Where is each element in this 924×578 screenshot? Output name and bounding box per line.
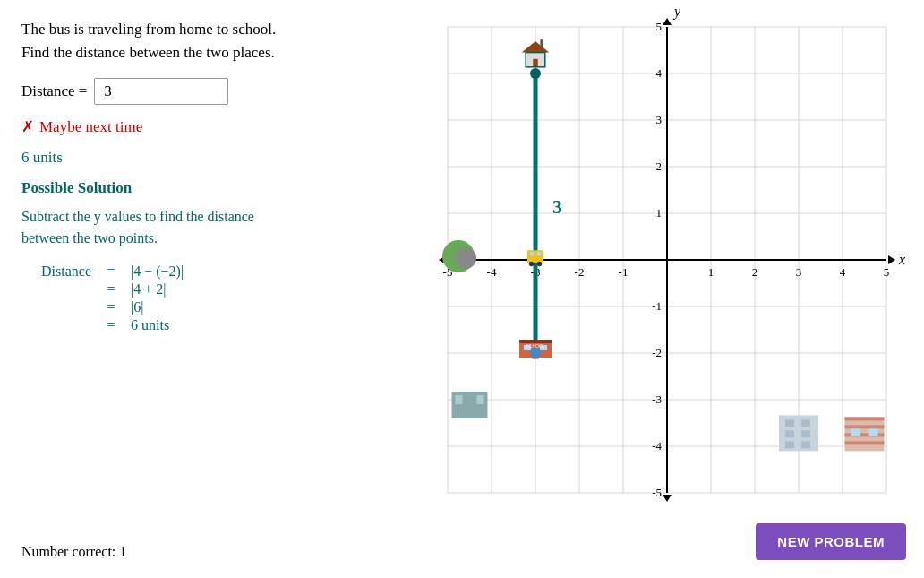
- solution-desc-line2: between the two points.: [21, 230, 158, 246]
- x-icon: ✗: [21, 117, 34, 136]
- step-label-0: Distance: [21, 263, 102, 280]
- step-label-1: [21, 281, 102, 298]
- solution-title: Possible Solution: [21, 179, 390, 197]
- step-val-0: |4 − (−2)|: [120, 263, 390, 280]
- step-val-3: 6 units: [120, 317, 390, 333]
- left-panel: The bus is traveling from home to school…: [0, 0, 412, 578]
- solution-description: Subtract the y values to find the distan…: [21, 206, 390, 249]
- step-eq-2: =: [102, 299, 120, 315]
- distance-row: Distance =: [21, 78, 390, 105]
- problem-line2: Find the distance between the two places…: [21, 44, 275, 61]
- solution-steps: Distance = |4 − (−2)| = |4 + 2| = |6| = …: [21, 263, 390, 333]
- feedback-text: Maybe next time: [39, 118, 142, 136]
- step-eq-0: =: [102, 263, 120, 280]
- solution-desc-line1: Subtract the y values to find the distan…: [21, 209, 254, 224]
- feedback-row: ✗ Maybe next time: [21, 117, 390, 136]
- step-eq-1: =: [102, 281, 120, 298]
- step-eq-3: =: [102, 317, 120, 333]
- problem-description: The bus is traveling from home to school…: [21, 18, 390, 64]
- right-panel: NEW PROBLEM: [412, 0, 924, 578]
- problem-line1: The bus is traveling from home to school…: [21, 21, 276, 38]
- coordinate-graph: [412, 0, 913, 529]
- step-label-2: [21, 299, 102, 315]
- number-correct: Number correct: 1: [21, 526, 390, 560]
- new-problem-button[interactable]: NEW PROBLEM: [756, 523, 906, 560]
- step-label-3: [21, 317, 102, 333]
- correct-answer: 6 units: [21, 149, 390, 167]
- step-val-1: |4 + 2|: [120, 281, 390, 298]
- distance-input[interactable]: [94, 78, 228, 105]
- distance-label: Distance =: [21, 82, 87, 100]
- step-val-2: |6|: [120, 299, 390, 315]
